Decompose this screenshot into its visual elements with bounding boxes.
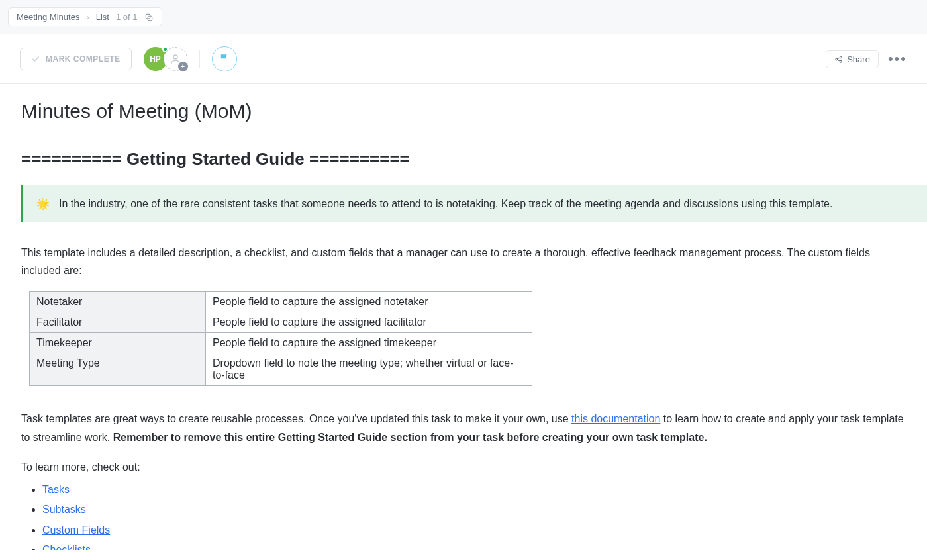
- breadcrumb-count: 1 of 1: [116, 12, 138, 22]
- top-bar: Meeting Minutes › List 1 of 1: [0, 0, 927, 34]
- check-icon: [31, 54, 40, 64]
- list-item: Subtasks: [42, 500, 907, 520]
- template-paragraph: Task templates are great ways to create …: [21, 410, 907, 445]
- add-assignee-button[interactable]: +: [164, 47, 187, 71]
- avatar-initials: HP: [150, 54, 161, 64]
- field-desc: People field to capture the assigned fac…: [206, 312, 532, 333]
- callout-text: In the industry, one of the rare consist…: [59, 196, 832, 212]
- link-checklists[interactable]: Checklists: [42, 544, 91, 550]
- breadcrumb-view[interactable]: List: [96, 12, 109, 22]
- documentation-link[interactable]: this documentation: [571, 413, 660, 424]
- table-row: Notetaker People field to capture the as…: [30, 292, 532, 312]
- mark-complete-label: MARK COMPLETE: [46, 54, 121, 64]
- table-row: Meeting Type Dropdown field to note the …: [30, 353, 532, 386]
- svg-line-7: [838, 60, 840, 61]
- flag-icon: [219, 53, 230, 65]
- share-icon: [834, 55, 843, 64]
- field-name: Notetaker: [30, 292, 206, 312]
- custom-fields-table: Notetaker People field to capture the as…: [29, 291, 532, 386]
- assignees: HP +: [144, 47, 187, 71]
- text-before-link: Task templates are great ways to create …: [21, 413, 571, 424]
- svg-point-2: [173, 55, 177, 59]
- priority-flag-button[interactable]: [212, 46, 237, 71]
- field-name: Facilitator: [30, 312, 206, 333]
- chevron-right-icon: ›: [86, 12, 89, 22]
- share-label: Share: [847, 54, 870, 64]
- list-item: Tasks: [42, 480, 907, 500]
- link-subtasks[interactable]: Subtasks: [42, 504, 86, 515]
- mark-complete-button[interactable]: MARK COMPLETE: [20, 48, 132, 70]
- list-item: Checklists: [42, 540, 907, 550]
- learn-more-label: To learn more, check out:: [21, 458, 907, 476]
- field-name: Meeting Type: [30, 353, 206, 386]
- svg-line-6: [838, 57, 840, 58]
- list-item: Custom Fields: [42, 520, 907, 540]
- plus-icon: +: [178, 62, 188, 71]
- reminder-bold: Remember to remove this entire Getting S…: [113, 432, 707, 443]
- field-desc: People field to capture the assigned not…: [206, 292, 532, 312]
- table-row: Timekeeper People field to capture the a…: [30, 333, 532, 353]
- task-toolbar: MARK COMPLETE HP + Share •••: [0, 34, 927, 84]
- intro-paragraph: This template includes a detailed descri…: [21, 244, 907, 279]
- task-content: Minutes of Meeting (MoM) ========== Gett…: [0, 84, 927, 550]
- link-custom-fields[interactable]: Custom Fields: [42, 524, 110, 536]
- callout-block: 🌟 In the industry, one of the rare consi…: [21, 185, 927, 222]
- field-desc: Dropdown field to note the meeting type;…: [206, 353, 532, 386]
- share-button[interactable]: Share: [826, 50, 879, 68]
- breadcrumb-root[interactable]: Meeting Minutes: [17, 12, 79, 22]
- toolbar-left: MARK COMPLETE HP +: [20, 46, 237, 71]
- copy-icon[interactable]: [144, 13, 154, 22]
- divider: [199, 50, 200, 68]
- field-desc: People field to capture the assigned tim…: [206, 333, 532, 353]
- more-menu-button[interactable]: •••: [888, 50, 907, 68]
- link-tasks[interactable]: Tasks: [42, 484, 70, 495]
- table-row: Facilitator People field to capture the …: [30, 312, 532, 333]
- guide-heading: ========== Getting Started Guide =======…: [21, 149, 907, 169]
- field-name: Timekeeper: [30, 333, 206, 353]
- star-icon: 🌟: [36, 196, 50, 212]
- page-title[interactable]: Minutes of Meeting (MoM): [21, 100, 907, 122]
- toolbar-right: Share •••: [826, 50, 907, 68]
- breadcrumb[interactable]: Meeting Minutes › List 1 of 1: [8, 7, 162, 26]
- learn-more-links: Tasks Subtasks Custom Fields Checklists: [42, 480, 907, 550]
